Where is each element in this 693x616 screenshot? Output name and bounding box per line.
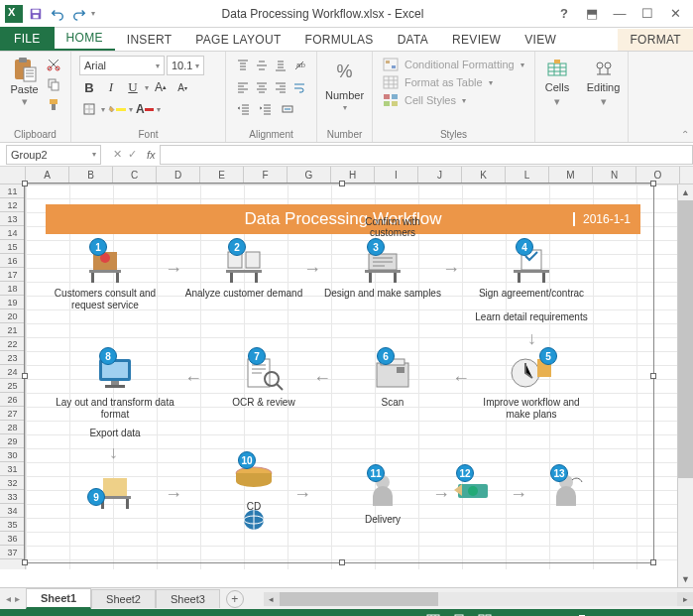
col-header[interactable]: A bbox=[26, 167, 69, 184]
sheet-tab-3[interactable]: Sheet3 bbox=[156, 589, 220, 608]
align-top-icon[interactable] bbox=[234, 56, 251, 75]
copy-icon[interactable] bbox=[45, 75, 62, 93]
row-header[interactable]: 32 bbox=[0, 476, 25, 490]
col-header[interactable]: L bbox=[506, 167, 549, 184]
tab-data[interactable]: DATA bbox=[386, 29, 440, 51]
tab-file[interactable]: FILE bbox=[0, 27, 55, 51]
col-header[interactable]: O bbox=[636, 167, 680, 184]
format-painter-icon[interactable] bbox=[45, 95, 62, 113]
font-name-select[interactable]: Arial▾ bbox=[79, 56, 165, 75]
scroll-down-icon[interactable]: ▼ bbox=[678, 571, 693, 587]
underline-button[interactable]: U bbox=[123, 77, 143, 97]
scroll-up-icon[interactable]: ▲ bbox=[678, 185, 693, 200]
orientation-icon[interactable]: ab bbox=[291, 56, 308, 75]
fill-color-icon[interactable] bbox=[107, 99, 127, 119]
vscroll-thumb[interactable] bbox=[678, 200, 693, 478]
view-page-layout-icon[interactable] bbox=[446, 611, 472, 616]
col-header[interactable]: N bbox=[593, 167, 636, 184]
collapse-ribbon-icon[interactable]: ⌃ bbox=[681, 129, 689, 140]
decrease-indent-icon[interactable] bbox=[234, 99, 254, 119]
cut-icon[interactable] bbox=[45, 56, 62, 73]
row-header[interactable]: 23 bbox=[0, 351, 25, 365]
increase-indent-icon[interactable] bbox=[256, 99, 276, 119]
add-sheet-button[interactable]: + bbox=[226, 590, 244, 608]
number-format-icon[interactable]: % bbox=[329, 56, 361, 87]
close-icon[interactable]: ✕ bbox=[661, 2, 689, 26]
cancel-formula-icon[interactable]: ✕ bbox=[113, 148, 122, 161]
border-icon[interactable] bbox=[79, 99, 99, 119]
row-header[interactable]: 20 bbox=[0, 309, 25, 323]
sheet-nav-first-icon[interactable]: ◂ bbox=[6, 593, 11, 604]
tab-view[interactable]: VIEW bbox=[513, 29, 568, 51]
font-color-icon[interactable]: A bbox=[135, 99, 155, 119]
number-button[interactable]: Number bbox=[325, 89, 364, 101]
hscroll-thumb[interactable] bbox=[280, 592, 438, 606]
minimize-icon[interactable]: — bbox=[606, 2, 634, 26]
align-right-icon[interactable] bbox=[273, 77, 289, 97]
format-as-table-button[interactable]: Format as Table▾ bbox=[383, 75, 524, 89]
col-header[interactable]: H bbox=[331, 167, 375, 184]
maximize-icon[interactable]: ☐ bbox=[634, 2, 661, 26]
row-header[interactable]: 27 bbox=[0, 407, 25, 421]
row-header[interactable]: 26 bbox=[0, 393, 25, 407]
ribbon-display-icon[interactable]: ⬒ bbox=[578, 2, 606, 26]
col-header[interactable]: C bbox=[113, 167, 157, 184]
col-header[interactable]: B bbox=[69, 167, 113, 184]
align-left-icon[interactable] bbox=[234, 77, 251, 97]
paste-button[interactable]: Paste ▾ bbox=[8, 56, 41, 113]
col-header[interactable]: G bbox=[288, 167, 331, 184]
row-header[interactable]: 37 bbox=[0, 546, 25, 559]
horizontal-scrollbar[interactable]: ◂ ▸ bbox=[264, 592, 693, 606]
col-header[interactable]: M bbox=[549, 167, 593, 184]
row-header[interactable]: 33 bbox=[0, 490, 25, 504]
qat-customize-icon[interactable]: ▾ bbox=[91, 9, 95, 18]
hscroll-right-icon[interactable]: ▸ bbox=[677, 592, 693, 606]
tab-format[interactable]: FORMAT bbox=[618, 29, 693, 51]
row-header[interactable]: 12 bbox=[0, 198, 25, 212]
row-header[interactable]: 11 bbox=[0, 185, 25, 198]
row-header[interactable]: 28 bbox=[0, 421, 25, 434]
hscroll-left-icon[interactable]: ◂ bbox=[264, 592, 280, 606]
help-icon[interactable]: ? bbox=[550, 2, 578, 26]
view-page-break-icon[interactable] bbox=[472, 611, 498, 616]
italic-button[interactable]: I bbox=[101, 77, 121, 97]
tab-formulas[interactable]: FORMULAS bbox=[293, 29, 386, 51]
align-middle-icon[interactable] bbox=[253, 56, 270, 75]
col-header[interactable]: I bbox=[375, 167, 418, 184]
row-header[interactable]: 31 bbox=[0, 462, 25, 476]
enter-formula-icon[interactable]: ✓ bbox=[128, 148, 137, 161]
col-header[interactable]: F bbox=[244, 167, 288, 184]
sheet-tab-1[interactable]: Sheet1 bbox=[26, 588, 91, 609]
formula-input[interactable] bbox=[160, 145, 693, 165]
col-header[interactable]: E bbox=[200, 167, 244, 184]
decrease-font-icon[interactable]: A▾ bbox=[173, 77, 192, 97]
workflow-diagram[interactable]: Data Processing Workflow 2016-1-1 1 Cust… bbox=[46, 204, 640, 542]
cells-button[interactable]: Cells▾ bbox=[543, 56, 571, 110]
tab-page-layout[interactable]: PAGE LAYOUT bbox=[183, 29, 292, 51]
row-header[interactable]: 25 bbox=[0, 379, 25, 393]
redo-icon[interactable] bbox=[69, 4, 89, 24]
row-header[interactable]: 30 bbox=[0, 448, 25, 462]
col-header[interactable]: D bbox=[157, 167, 200, 184]
excel-app-icon[interactable] bbox=[4, 4, 24, 24]
row-header[interactable]: 29 bbox=[0, 434, 25, 448]
col-header[interactable]: J bbox=[418, 167, 462, 184]
vertical-scrollbar[interactable]: ▲ ▼ bbox=[677, 185, 693, 587]
undo-icon[interactable] bbox=[48, 4, 67, 24]
row-header[interactable]: 13 bbox=[0, 212, 25, 226]
sheet-nav-last-icon[interactable]: ▸ bbox=[15, 593, 20, 604]
bold-button[interactable]: B bbox=[79, 77, 99, 97]
increase-font-icon[interactable]: A▴ bbox=[151, 77, 171, 97]
wrap-text-icon[interactable] bbox=[291, 77, 308, 97]
view-normal-icon[interactable] bbox=[420, 611, 446, 616]
col-header[interactable]: K bbox=[462, 167, 506, 184]
row-header[interactable]: 34 bbox=[0, 504, 25, 518]
name-box[interactable]: Group2▾ bbox=[6, 145, 101, 165]
cell-styles-button[interactable]: Cell Styles▾ bbox=[383, 93, 524, 107]
row-header[interactable]: 18 bbox=[0, 282, 25, 296]
conditional-formatting-button[interactable]: Conditional Formatting▾ bbox=[383, 58, 524, 71]
worksheet-cells[interactable]: Data Processing Workflow 2016-1-1 1 Cust… bbox=[26, 185, 693, 569]
font-size-select[interactable]: 10.1▾ bbox=[167, 56, 204, 75]
row-header[interactable]: 19 bbox=[0, 296, 25, 309]
fx-icon[interactable]: fx bbox=[143, 149, 160, 161]
